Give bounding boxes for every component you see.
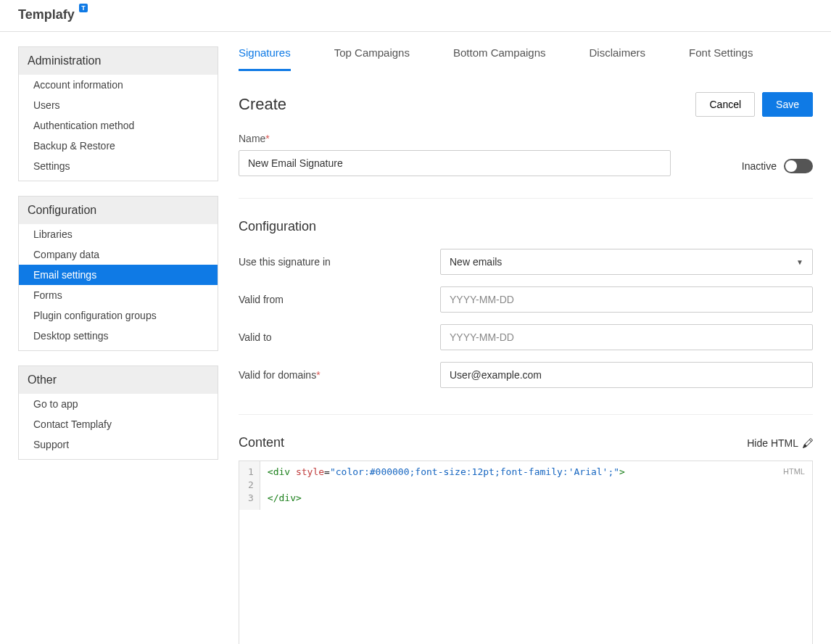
chevron-down-icon: ▼ xyxy=(796,258,803,266)
code-lines: <div style="color:#000000;font-size:12pt… xyxy=(260,461,632,510)
use-in-label: Use this signature in xyxy=(239,256,440,268)
sidebar: AdministrationAccount informationUsersAu… xyxy=(18,46,218,644)
logo-badge: T xyxy=(79,4,88,12)
sidebar-item-forms[interactable]: Forms xyxy=(19,285,218,305)
sidebar-section-header: Other xyxy=(19,366,218,394)
sidebar-section-header: Administration xyxy=(19,47,218,75)
sidebar-item-email-settings[interactable]: Email settings xyxy=(19,265,218,285)
use-in-select[interactable]: New emails ▼ xyxy=(440,249,813,275)
pencil-icon xyxy=(803,438,813,448)
tab-bottom-campaigns[interactable]: Bottom Campaigns xyxy=(453,46,546,71)
sidebar-item-desktop-settings[interactable]: Desktop settings xyxy=(19,326,218,350)
sidebar-item-authentication-method[interactable]: Authentication method xyxy=(19,115,218,136)
html-editor[interactable]: HTML 123 <div style="color:#000000;font-… xyxy=(239,461,813,644)
config-section-title: Configuration xyxy=(239,219,813,234)
main-content: SignaturesTop CampaignsBottom CampaignsD… xyxy=(239,46,813,644)
sidebar-item-users[interactable]: Users xyxy=(19,95,218,115)
sidebar-item-go-to-app[interactable]: Go to app xyxy=(19,394,218,414)
sidebar-item-support[interactable]: Support xyxy=(19,434,218,459)
domains-label: Valid for domains* xyxy=(239,369,440,381)
hide-html-button[interactable]: Hide HTML xyxy=(747,437,813,449)
sidebar-item-settings[interactable]: Settings xyxy=(19,156,218,181)
html-badge: HTML xyxy=(783,467,805,476)
sidebar-item-backup-restore[interactable]: Backup & Restore xyxy=(19,136,218,156)
app-header: Templafy T xyxy=(0,0,831,32)
valid-from-input[interactable] xyxy=(440,286,813,313)
logo: Templafy T xyxy=(18,7,75,22)
valid-to-label: Valid to xyxy=(239,331,440,343)
tab-top-campaigns[interactable]: Top Campaigns xyxy=(334,46,410,71)
sidebar-section-header: Configuration xyxy=(19,197,218,224)
content-section-title: Content xyxy=(239,435,284,450)
inactive-toggle[interactable] xyxy=(784,159,813,173)
tab-bar: SignaturesTop CampaignsBottom CampaignsD… xyxy=(239,46,813,72)
sidebar-item-plugin-configuration-groups[interactable]: Plugin configuration groups xyxy=(19,305,218,326)
name-label: Name* xyxy=(239,133,671,144)
tab-font-settings[interactable]: Font Settings xyxy=(689,46,753,71)
logo-text: Templafy xyxy=(18,7,75,22)
sidebar-item-contact-templafy[interactable]: Contact Templafy xyxy=(19,414,218,434)
valid-to-input[interactable] xyxy=(440,324,813,350)
tab-disclaimers[interactable]: Disclaimers xyxy=(590,46,646,71)
sidebar-item-libraries[interactable]: Libraries xyxy=(19,224,218,244)
line-numbers: 123 xyxy=(239,461,260,510)
domains-input[interactable] xyxy=(440,362,813,388)
cancel-button[interactable]: Cancel xyxy=(695,92,755,117)
page-title: Create xyxy=(239,95,286,114)
inactive-label: Inactive xyxy=(742,160,777,172)
save-button[interactable]: Save xyxy=(762,92,813,117)
sidebar-item-company-data[interactable]: Company data xyxy=(19,244,218,265)
sidebar-item-account-information[interactable]: Account information xyxy=(19,75,218,95)
valid-from-label: Valid from xyxy=(239,294,440,305)
tab-signatures[interactable]: Signatures xyxy=(239,46,291,71)
name-input[interactable] xyxy=(239,150,671,176)
